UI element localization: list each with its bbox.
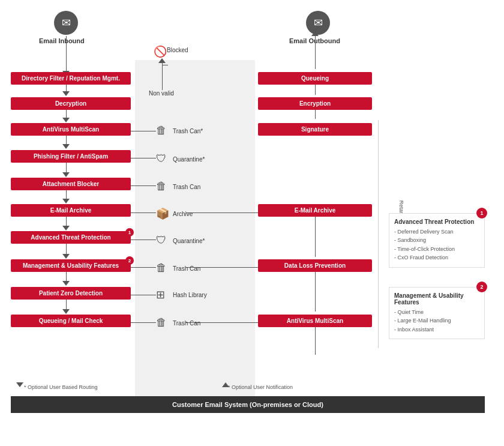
line-v-right1: [315, 83, 316, 95]
line-v-left7: [66, 242, 67, 255]
blocked-icon: 🚫: [154, 45, 167, 58]
line-v-archive-up: [315, 215, 316, 257]
quarantine-label-2: Quarantine*: [173, 238, 205, 244]
line-h-trash4: [131, 322, 156, 323]
mgmt-info-box: 2 Management & Usability Features - Quie…: [389, 287, 485, 339]
atp-info-box: 1 Advanced Threat Protection - Deferred …: [389, 213, 485, 268]
atp-info-title: Advanced Threat Protection: [394, 218, 479, 225]
trash-label-3: Trash Can: [173, 265, 200, 272]
atp-info-items: - Deferred Delivery Scan- Sandboxing- Ti…: [394, 228, 479, 262]
line-v-left8: [66, 270, 67, 282]
hash-label: Hash Library: [173, 292, 207, 298]
arrow-down-left5: [62, 199, 70, 203]
atp-wrapper: Advanced Threat Protection 1: [11, 231, 131, 244]
line-v-antivirus-up: [315, 325, 316, 355]
customer-bar: Customer Email System (On-premises or Cl…: [11, 396, 485, 413]
line-h-trash2: [131, 185, 156, 186]
line-h-hash: [131, 295, 156, 295]
email-inbound-icon: ✉: [54, 11, 78, 35]
encryption-box: Encryption: [258, 97, 372, 110]
atp-box: Advanced Threat Protection: [11, 231, 131, 244]
arrow-inbound-v1: [66, 36, 67, 72]
line-h-archive1: [131, 212, 156, 213]
email-archive-box: E-Mail Archive: [11, 204, 131, 217]
trash-label-4: Trash Can: [173, 320, 200, 327]
line-h-archive-right: [186, 212, 258, 213]
arrow-notification: [222, 382, 229, 387]
blocked-label: Blocked: [167, 47, 188, 53]
mgmt-info-items: - Quiet Time- Large E-Mail Handling- Inb…: [394, 308, 479, 334]
data-loss-box: Data Loss Prevention: [258, 259, 372, 272]
mgmt-wrapper: Management & Usability Features 2: [11, 259, 131, 272]
atp-badge: 1: [125, 228, 134, 237]
trash-icon-2: 🗑: [156, 180, 167, 193]
optional-notification: * Optional User Notification: [228, 384, 293, 390]
antivirus-right-box: AntiVirus MultiScan: [258, 315, 372, 327]
trash-label-2: Trash Can: [173, 184, 200, 190]
hash-icon: ⊞: [156, 288, 165, 301]
quarantine-label-1: Quarantine*: [173, 156, 205, 163]
trash-icon-3: 🗑: [156, 262, 167, 274]
line-h-quarantine2: [131, 240, 156, 240]
gray-area: [135, 60, 255, 408]
arrow-outbound-v: [315, 36, 316, 69]
optional-routing: * Optional User Based Routing: [24, 384, 98, 390]
arrow-down-left2: [62, 118, 70, 122]
dir-filter-box: Directory Filter / Reputation Mgmt.: [11, 72, 131, 85]
line-v-left6: [66, 215, 67, 227]
mgmt-box: Management & Usability Features: [11, 259, 131, 272]
email-inbound-label: Email Inbound: [39, 37, 85, 44]
archive-label: Archive: [173, 211, 193, 217]
antivirus-box: AntiVirus MultiScan: [11, 123, 131, 136]
signature-box: Signature: [258, 123, 372, 136]
arrow-down-left1: [62, 91, 70, 96]
arrow-down-left9: [62, 309, 70, 314]
arrow-down-left8: [62, 281, 70, 286]
queueing-right-box: Queueing: [258, 72, 372, 85]
line-h-trash3: [131, 267, 156, 268]
line-h-blocked: [162, 65, 168, 65]
mgmt-info-num: 2: [476, 282, 487, 292]
atp-info-num: 1: [476, 208, 487, 218]
datacenter-border: [378, 120, 379, 348]
line-h-quarantine1: [131, 158, 156, 158]
queueing-mailcheck-box: Queueing / Mail Check: [11, 315, 131, 327]
arrow-down-left6: [62, 226, 70, 231]
arrow-routing: [16, 382, 23, 387]
shield-icon-1: 🛡: [156, 152, 167, 165]
arrow-up-outbound: [311, 31, 319, 36]
line-h-trash1: [131, 131, 156, 131]
diagram-container: ✉ Email Inbound ✉ Email Outbound 🚫 Block…: [0, 0, 504, 446]
trash-label-1: Trash Can*: [173, 128, 203, 134]
arrow-down-left7: [62, 254, 70, 259]
arrow-down-left3: [62, 144, 70, 149]
line-v-dataloss-up: [315, 270, 316, 312]
mgmt-badge: 2: [125, 256, 134, 265]
email-archive-right-box: E-Mail Archive: [258, 204, 372, 217]
non-valid-label: Non valid: [149, 90, 174, 97]
arrow-up-nonvalid: [158, 58, 166, 63]
line-v-nonvalid: [162, 63, 163, 90]
phishing-box: Phishing Filter / AntiSpam: [11, 150, 131, 163]
decryption-box: Decryption: [11, 97, 131, 110]
shield-icon-2: 🛡: [156, 234, 167, 247]
trash-icon-4: 🗑: [156, 316, 167, 329]
trash-icon-1: 🗑: [156, 124, 167, 137]
attachment-box: Attachment Blocker: [11, 178, 131, 190]
arrow-down-left4: [62, 172, 70, 177]
patient-zero-box: Patient Zero Detection: [11, 287, 131, 300]
archive-icon: 📦: [156, 207, 169, 220]
mgmt-info-title: Management & Usability Features: [394, 292, 479, 306]
